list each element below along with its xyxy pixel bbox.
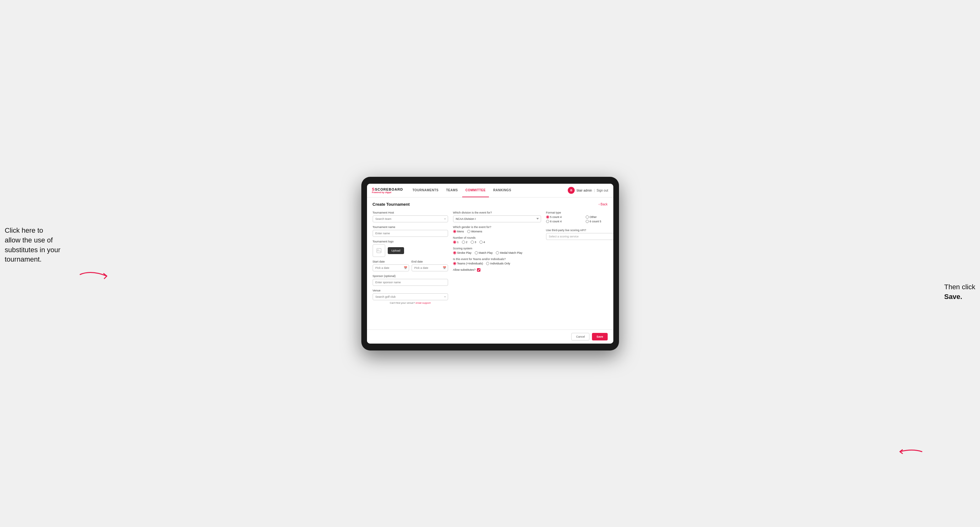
nav-item-rankings[interactable]: RANKINGS: [490, 184, 514, 198]
format-6count5[interactable]: 6 count 5: [585, 220, 613, 223]
tournament-name-label: Tournament name: [373, 225, 448, 229]
end-date-wrap: 📅: [412, 264, 448, 271]
scoring-service-select[interactable]: Select a scoring service: [546, 233, 613, 240]
api-group: Use third-party live scoring API? Select…: [546, 229, 613, 240]
scoring-service-wrap: Select a scoring service: [546, 233, 613, 240]
gender-radio-group: Mens Womens: [453, 230, 541, 233]
sponsor-group: Sponsor (optional): [373, 275, 448, 286]
teams-group: Is this event for Teams and/or Individua…: [453, 257, 541, 265]
tournament-host-input[interactable]: [373, 216, 448, 222]
scoring-system-group: Scoring system Stroke Play Match Play Me…: [453, 247, 541, 254]
end-date-label: End date: [412, 260, 448, 263]
format-5count4[interactable]: 5 count 4: [546, 216, 582, 219]
rounds-group: Number of rounds 1 2 3: [453, 236, 541, 244]
scoring-match[interactable]: Match Play: [475, 251, 493, 254]
nav-items: TOURNAMENTS TEAMS COMMITTEE RANKINGS: [409, 184, 568, 198]
venue-help: Can't find your venue? email support: [373, 302, 448, 304]
form-columns: Tournament Host ▾ Tournament name Tourna…: [373, 211, 608, 308]
nav-item-committee[interactable]: COMMITTEE: [462, 184, 489, 198]
division-label: Which division is the event for?: [453, 211, 541, 214]
dropdown-icon: ▾: [444, 217, 446, 221]
form-col-1: Tournament Host ▾ Tournament name Tourna…: [373, 211, 448, 308]
gender-womens[interactable]: Womens: [467, 230, 482, 233]
logo: SSCOREBOARD Powered by clippd: [372, 187, 403, 194]
scoring-stroke[interactable]: Stroke Play: [453, 251, 472, 254]
logo-upload-area: Upload: [373, 244, 448, 257]
avatar: B: [568, 187, 575, 194]
arrow-right-icon: [897, 445, 925, 458]
scoring-system-label: Scoring system: [453, 247, 541, 250]
navigation: SSCOREBOARD Powered by clippd TOURNAMENT…: [367, 184, 613, 198]
rounds-4[interactable]: 4: [479, 241, 485, 244]
gender-group: Which gender is the event for? Mens Wome…: [453, 225, 541, 233]
date-row: Start date 📅 End date 📅: [373, 260, 448, 271]
powered-by: Powered by clippd: [372, 191, 403, 194]
calendar-icon: 📅: [404, 266, 407, 270]
tournament-host-group: Tournament Host ▾: [373, 211, 448, 222]
gender-label: Which gender is the event for?: [453, 225, 541, 229]
page-content: Create Tournament ‹ Back Tournament Host…: [367, 198, 613, 329]
tablet-frame: SSCOREBOARD Powered by clippd TOURNAMENT…: [361, 177, 619, 351]
format-type-group: Format type 5 count 4 Other 6 count 4: [546, 211, 613, 223]
nav-item-teams[interactable]: TEAMS: [443, 184, 461, 198]
rounds-3[interactable]: 3: [471, 241, 476, 244]
nav-item-tournaments[interactable]: TOURNAMENTS: [409, 184, 442, 198]
annotation-left: Click here to allow the use of substitut…: [5, 226, 60, 264]
scoring-radio-group: Stroke Play Match Play Medal Match Play: [453, 251, 541, 254]
substitutes-group: Allow substitutes?: [453, 268, 541, 271]
back-link[interactable]: ‹ Back: [598, 203, 607, 206]
teams-plus-individuals[interactable]: Teams (+Individuals): [453, 262, 483, 265]
api-label: Use third-party live scoring API?: [546, 229, 613, 232]
tournament-logo-group: Tournament logo Upload: [373, 240, 448, 257]
logo-text: SSCOREBOARD: [372, 187, 403, 191]
division-group: Which division is the event for? NCAA Di…: [453, 211, 541, 222]
rounds-label: Number of rounds: [453, 236, 541, 239]
sponsor-input[interactable]: [373, 279, 448, 286]
form-col-2: Which division is the event for? NCAA Di…: [453, 211, 541, 308]
tablet-screen: SSCOREBOARD Powered by clippd TOURNAMENT…: [367, 184, 613, 344]
save-button[interactable]: Save: [592, 333, 607, 340]
teams-label: Is this event for Teams and/or Individua…: [453, 257, 541, 261]
email-support-link[interactable]: email support: [416, 302, 431, 304]
annotation-right: Then click Save.: [944, 283, 975, 483]
start-date-group: Start date 📅: [373, 260, 409, 271]
form-col-3: Format type 5 count 4 Other 6 count 4: [546, 211, 613, 308]
substitutes-checkbox[interactable]: [477, 268, 480, 271]
logo-placeholder: [373, 244, 385, 257]
substitutes-checkbox-label[interactable]: Allow substitutes?: [453, 268, 541, 271]
calendar-icon-end: 📅: [443, 266, 446, 270]
sponsor-label: Sponsor (optional): [373, 275, 448, 278]
date-group: Start date 📅 End date 📅: [373, 260, 448, 271]
individuals-only[interactable]: Individuals Only: [486, 262, 510, 265]
rounds-2[interactable]: 2: [462, 241, 468, 244]
end-date-group: End date 📅: [412, 260, 448, 271]
page-footer: Cancel Save: [367, 329, 613, 344]
page-header: Create Tournament ‹ Back: [373, 202, 608, 206]
tournament-host-label: Tournament Host: [373, 211, 448, 214]
page-title: Create Tournament: [373, 202, 410, 206]
tournament-logo-label: Tournament logo: [373, 240, 448, 243]
arrow-left-icon: [78, 267, 116, 283]
scoring-medal[interactable]: Medal Match Play: [496, 251, 522, 254]
sign-out-link[interactable]: Sign out: [597, 189, 608, 192]
format-6count4[interactable]: 6 count 4: [546, 220, 582, 223]
format-other[interactable]: Other: [585, 216, 613, 219]
gender-mens[interactable]: Mens: [453, 230, 464, 233]
venue-input[interactable]: [373, 293, 448, 300]
rounds-radio-group: 1 2 3 4: [453, 241, 541, 244]
teams-radio-group: Teams (+Individuals) Individuals Only: [453, 262, 541, 265]
tournament-name-input[interactable]: [373, 230, 448, 237]
nav-user: B blair admin | Sign out: [568, 187, 608, 194]
venue-label: Venue: [373, 289, 448, 292]
venue-dropdown-icon: ▾: [444, 295, 446, 298]
format-type-label: Format type: [546, 211, 613, 214]
start-date-label: Start date: [373, 260, 409, 263]
format-radio-grid: 5 count 4 Other 6 count 4 6 count 5: [546, 216, 613, 223]
upload-button[interactable]: Upload: [388, 247, 404, 254]
tournament-name-group: Tournament name: [373, 225, 448, 237]
division-select[interactable]: NCAA Division I: [453, 216, 541, 222]
start-date-wrap: 📅: [373, 264, 409, 271]
svg-rect-0: [377, 248, 381, 253]
rounds-1[interactable]: 1: [453, 241, 459, 244]
cancel-button[interactable]: Cancel: [571, 333, 589, 340]
